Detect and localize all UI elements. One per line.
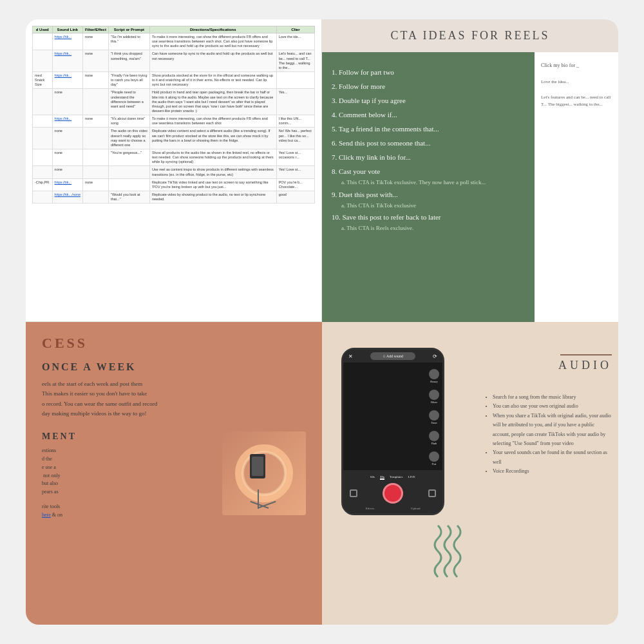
cta-right-notes: Click my bio for _ Love the idea... Let'… <box>541 62 612 108</box>
spreadsheet-table: d Used Sound Link Filter/Effect Script o… <box>32 26 315 204</box>
tools-text: rite toolshere & on <box>42 503 216 520</box>
flash-icon[interactable] <box>429 431 439 441</box>
add-sound-label: Add sound <box>386 354 403 358</box>
phone-record-area <box>346 483 439 504</box>
list-item: You can also use your own original audio <box>493 402 612 411</box>
timer-15s[interactable]: 15s <box>380 475 384 480</box>
audio-title: AUDIO <box>558 359 612 372</box>
process-text: eels at the start of each week and post … <box>42 379 171 419</box>
list-item: 5. Tag a friend in the comments that... <box>332 122 525 136</box>
beauty-icon-area: Beauty <box>429 369 439 383</box>
phone-screen: ✕ ♫ Add sound ⟳ Beauty Filters <box>343 350 442 513</box>
table-row: none Use reel as content inspo to show p… <box>33 166 315 178</box>
cta-content: 1. Follow for part two 2. Follow for mor… <box>322 52 618 322</box>
table-row: med Snack Size https://tik... none "Fina… <box>33 71 315 88</box>
timer-templates[interactable]: Templates <box>390 475 402 480</box>
table-row: none "You're gorgeous..." Show all produ… <box>33 149 315 166</box>
timer-60s[interactable]: 60s <box>370 475 375 480</box>
col-header-sound: Sound Link <box>52 26 82 33</box>
flash-label: Flash <box>429 442 439 445</box>
table-row: none The audio on this video doesn't rea… <box>33 128 315 149</box>
upload-button[interactable] <box>425 486 439 500</box>
cta-section: CTA IDEAS FOR REELS 1. Follow for part t… <box>322 19 618 322</box>
filters-icon[interactable] <box>429 390 439 400</box>
engagement-title: MENT <box>42 431 216 442</box>
table-row: https://tik.../none "Would you look at t… <box>33 191 315 203</box>
ring-light-image <box>222 431 306 515</box>
table-row: none "People need to understand the diff… <box>33 89 315 115</box>
page-container: d Used Sound Link Filter/Effect Script o… <box>26 19 618 625</box>
list-item: Voice Recordings <box>493 467 612 476</box>
col-header-directions: Directions/Specifications <box>149 26 276 33</box>
audio-section: ✕ ♫ Add sound ⟳ Beauty Filters <box>322 322 618 625</box>
cta-header: CTA IDEAS FOR REELS <box>322 19 618 52</box>
cta-list-section: 1. Follow for part two 2. Follow for mor… <box>322 52 535 322</box>
table-row: https://tik... none "I think you dropped… <box>33 50 315 72</box>
audio-bullet-list: Search for a song from the music library… <box>483 393 612 477</box>
timer-label: Timer <box>429 421 439 424</box>
col-header-filter: Filter/Effect <box>82 26 108 33</box>
beauty-label: Beauty <box>429 380 439 383</box>
upload-label: Upload <box>411 507 421 510</box>
col-header-script: Script or Prompt <box>108 26 149 33</box>
list-item: 4. Comment below if... <box>332 108 525 122</box>
list-item: 6. Send this post to someone that... <box>332 136 525 150</box>
list-item: When you share a TikTok with original au… <box>493 412 612 449</box>
sub-item: a. This CTA is TikTok exclusive <box>332 202 525 211</box>
add-sound-button[interactable]: ♫ Add sound <box>370 352 415 360</box>
effects-label: Effects <box>365 507 374 510</box>
flip-camera-icon: ⟳ <box>433 354 437 359</box>
list-item: 9. Duet this post with... a. This CTA is… <box>332 187 525 211</box>
list-item: 1. Follow for part two <box>332 65 525 79</box>
phone-right-icons: Beauty Filters Timer Flash <box>429 369 439 466</box>
table-row: -Chip,PR https://tik... none Replicate T… <box>33 178 315 191</box>
list-item: 7. Click my link in bio for... <box>332 150 525 164</box>
sub-item: a. This CTA is Reels exclusive. <box>332 224 525 233</box>
post-icon-area: Post <box>429 451 439 466</box>
table-row: https://tik... none "So I'm addicted to … <box>33 33 315 50</box>
list-item: Search for a song from the music library <box>493 393 612 402</box>
col-header-client: Clier <box>276 26 314 33</box>
post-label: Post <box>429 462 439 466</box>
post-icon[interactable] <box>429 451 439 462</box>
effects-button[interactable] <box>346 486 361 500</box>
col-header-used: d Used <box>33 26 53 33</box>
process-label: CESS <box>42 335 306 352</box>
filters-icon-area: Filters <box>429 390 439 404</box>
filters-label: Filters <box>429 401 439 404</box>
table-row: https://tik... none "It's about damn tim… <box>33 115 315 128</box>
timer-live[interactable]: LIVE <box>408 475 415 480</box>
phone-timer-row: 60s 15s Templates LIVE <box>346 475 439 480</box>
list-item: 10. Save this post to refer back to late… <box>332 210 525 233</box>
cta-list: 1. Follow for part two 2. Follow for mor… <box>332 65 525 233</box>
engagement-text: estionsd thee use a not onlybut alsopear… <box>42 447 216 497</box>
phone-bottom-labels: Effects Upload <box>346 507 439 510</box>
beauty-icon[interactable] <box>429 369 439 379</box>
process-engagement: MENT estionsd thee use a not onlybut als… <box>42 431 216 519</box>
flash-icon-area: Flash <box>429 431 439 445</box>
phone-bottom-controls: 60s 15s Templates LIVE <box>343 470 442 513</box>
list-item: Your saved sounds can be found in the so… <box>493 448 612 467</box>
timer-icon-area: Timer <box>429 410 439 424</box>
process-bottom-row: MENT estionsd thee use a not onlybut als… <box>42 431 306 519</box>
close-icon: ✕ <box>348 354 353 359</box>
cta-title: CTA IDEAS FOR REELS <box>335 29 605 43</box>
process-section: CESS ONCE A WEEK eels at the start of ea… <box>26 322 322 625</box>
sub-item: a. This CTA is TikTok exclusive. They no… <box>332 178 525 187</box>
audio-title-line <box>560 354 612 355</box>
audio-bullets: Search for a song from the music library… <box>483 393 612 477</box>
timer-icon[interactable] <box>429 410 439 421</box>
record-button[interactable] <box>383 483 403 504</box>
audio-title-area: AUDIO <box>558 354 612 372</box>
spreadsheet-section: d Used Sound Link Filter/Effect Script o… <box>26 19 322 322</box>
list-item: 3. Double tap if you agree <box>332 93 525 108</box>
list-item: 8. Cast your vote a. This CTA is TikTok … <box>332 164 525 187</box>
wave-decoration <box>431 519 470 586</box>
cta-right-text: Click my bio for _ Love the idea... Let'… <box>535 52 618 322</box>
once-week-title: ONCE A WEEK <box>42 361 306 373</box>
phone-mockup: ✕ ♫ Add sound ⟳ Beauty Filters <box>341 348 444 515</box>
list-item: 2. Follow for more <box>332 79 525 93</box>
phone-top-bar: ✕ ♫ Add sound ⟳ <box>343 350 442 363</box>
